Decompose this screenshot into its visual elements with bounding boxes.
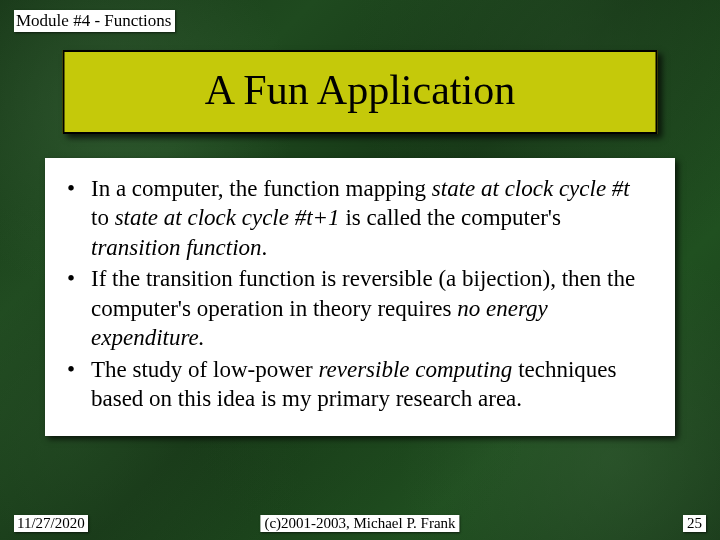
bullet-text: The study of low-power bbox=[91, 357, 318, 382]
list-item: If the transition function is reversible… bbox=[67, 264, 653, 352]
list-item: In a computer, the function mapping stat… bbox=[67, 174, 653, 262]
module-header: Module #4 - Functions bbox=[14, 10, 175, 32]
bullet-italic: reversible computing bbox=[318, 357, 512, 382]
bullet-text: . bbox=[262, 235, 268, 260]
footer-date: 11/27/2020 bbox=[14, 515, 88, 532]
bullet-italic: state at clock cycle #t bbox=[432, 176, 630, 201]
footer: 11/27/2020 (c)2001-2003, Michael P. Fran… bbox=[0, 510, 720, 532]
slide-title: A Fun Application bbox=[75, 66, 646, 114]
bullet-text: is called the computer's bbox=[340, 205, 561, 230]
bullet-text: to bbox=[91, 205, 115, 230]
footer-page-number: 25 bbox=[683, 515, 706, 532]
list-item: The study of low-power reversible comput… bbox=[67, 355, 653, 414]
footer-copyright: (c)2001-2003, Michael P. Frank bbox=[260, 515, 459, 532]
bullet-italic: state at clock cycle #t+1 bbox=[115, 205, 340, 230]
bullet-text: In a computer, the function mapping bbox=[91, 176, 432, 201]
module-header-text: Module #4 - Functions bbox=[16, 11, 171, 30]
bullet-text: If the transition function is reversible… bbox=[91, 266, 635, 320]
bullet-italic: transition function bbox=[91, 235, 262, 260]
title-box: A Fun Application bbox=[63, 50, 658, 134]
bullet-list: In a computer, the function mapping stat… bbox=[67, 174, 653, 414]
content-box: In a computer, the function mapping stat… bbox=[45, 158, 675, 436]
